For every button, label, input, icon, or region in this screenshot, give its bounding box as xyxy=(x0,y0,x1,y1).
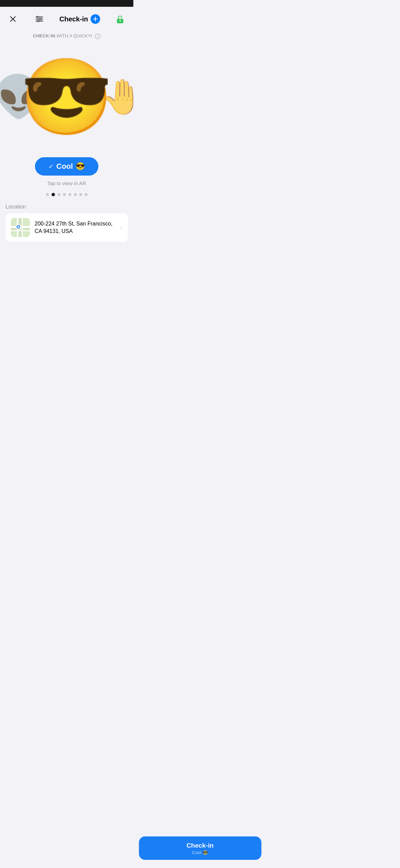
svg-rect-16 xyxy=(22,218,23,237)
dot-7[interactable] xyxy=(79,193,82,196)
emoji-carousel[interactable]: 👽 😎 🤚 xyxy=(0,42,133,151)
location-card[interactable]: 200-224 27th St, San Francisco, CA 94131… xyxy=(5,213,128,242)
location-section: Location xyxy=(5,204,128,242)
subtitle-area: CHECK-IN WITH A QUICKY! i xyxy=(0,29,133,39)
svg-rect-14 xyxy=(11,230,30,231)
ar-hint[interactable]: Tap to view in AR xyxy=(0,180,133,186)
svg-point-27 xyxy=(18,226,19,228)
svg-point-6 xyxy=(39,18,41,20)
main-container: Check-in CHECK-IN WITH A QUICKY! i 👽 � xyxy=(0,7,133,289)
lock-button[interactable] xyxy=(114,13,127,25)
status-bar xyxy=(0,0,133,7)
svg-rect-24 xyxy=(19,232,21,237)
dot-2[interactable] xyxy=(52,193,55,196)
header-title-area: Check-in xyxy=(59,14,100,24)
location-address: 200-224 27th St, San Francisco, CA 94131… xyxy=(35,220,116,235)
svg-rect-22 xyxy=(23,228,30,230)
map-thumbnail xyxy=(11,218,30,237)
svg-rect-19 xyxy=(23,218,30,226)
svg-point-7 xyxy=(37,20,39,22)
location-section-label: Location xyxy=(5,204,128,210)
dot-4[interactable] xyxy=(63,193,66,196)
close-button[interactable] xyxy=(7,13,19,25)
dot-1[interactable] xyxy=(46,193,49,196)
add-button[interactable] xyxy=(91,14,100,24)
svg-rect-20 xyxy=(11,228,17,230)
svg-point-5 xyxy=(37,16,38,18)
dot-6[interactable] xyxy=(74,193,77,196)
dot-8[interactable] xyxy=(85,193,88,196)
header: Check-in xyxy=(0,7,133,29)
dots-indicator xyxy=(0,193,133,196)
subtitle-bold: CHECK-IN xyxy=(33,33,55,38)
chevron-right-icon: › xyxy=(120,224,122,231)
svg-rect-23 xyxy=(11,232,17,237)
info-icon[interactable]: i xyxy=(95,34,100,39)
dot-5[interactable] xyxy=(69,193,71,196)
checkmark-icon: ✓ xyxy=(49,163,54,170)
selection-label: Cool xyxy=(56,162,73,171)
carousel-center-emoji[interactable]: 😎 xyxy=(20,59,113,134)
svg-rect-17 xyxy=(11,218,17,226)
page-title: Check-in xyxy=(59,15,88,23)
subtitle-regular: WITH A QUICKY! xyxy=(55,33,92,38)
dot-3[interactable] xyxy=(58,193,60,196)
selection-emoji: 😎 xyxy=(76,162,85,171)
selection-button[interactable]: ✓ Cool 😎 xyxy=(35,157,98,176)
svg-point-11 xyxy=(119,20,121,21)
svg-rect-25 xyxy=(23,232,30,237)
subtitle-text: CHECK-IN WITH A QUICKY! i xyxy=(33,33,100,38)
filter-button[interactable] xyxy=(33,13,45,25)
